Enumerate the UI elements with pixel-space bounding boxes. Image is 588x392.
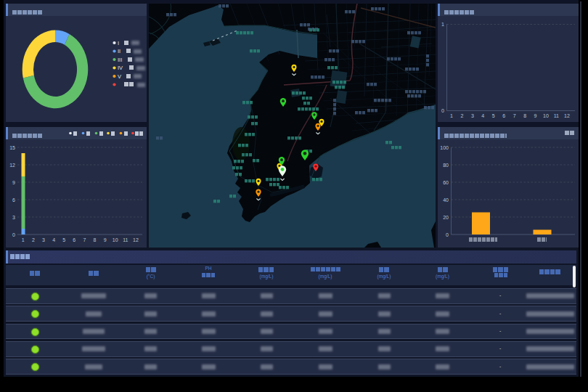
svg-text:0: 0	[441, 108, 444, 113]
svg-text:2: 2	[460, 113, 463, 118]
svg-text:9: 9	[104, 237, 107, 242]
svg-text:7: 7	[83, 237, 86, 242]
svg-text:8: 8	[94, 237, 97, 242]
svg-text:2: 2	[32, 237, 35, 242]
svg-text:9: 9	[534, 113, 537, 118]
svg-text:6: 6	[502, 113, 505, 118]
svg-text:12: 12	[9, 163, 15, 168]
svg-text:20: 20	[443, 215, 449, 220]
svg-text:II: II	[118, 48, 121, 54]
svg-text:3: 3	[42, 237, 45, 242]
svg-text:100: 100	[440, 145, 449, 150]
svg-text:12: 12	[564, 113, 570, 118]
svg-text:3: 3	[12, 215, 15, 220]
svg-text:7: 7	[513, 113, 516, 118]
svg-text:1: 1	[450, 113, 453, 118]
svg-text:4: 4	[481, 113, 484, 118]
svg-text:I: I	[118, 40, 119, 46]
svg-text:40: 40	[443, 197, 449, 203]
svg-text:5: 5	[492, 113, 495, 118]
svg-text:8: 8	[523, 113, 526, 118]
svg-text:III: III	[118, 57, 122, 63]
svg-text:80: 80	[443, 163, 449, 168]
svg-text:1: 1	[441, 22, 444, 27]
svg-text:15: 15	[9, 145, 15, 150]
svg-text:11: 11	[554, 113, 559, 118]
svg-text:3: 3	[471, 113, 474, 118]
svg-text:6: 6	[73, 237, 75, 242]
svg-text:12: 12	[133, 237, 139, 242]
svg-text:6: 6	[12, 197, 15, 203]
svg-text:11: 11	[123, 237, 128, 242]
svg-text:5: 5	[62, 237, 65, 242]
svg-text:9: 9	[12, 180, 15, 185]
svg-text:0: 0	[446, 232, 449, 237]
svg-text:0: 0	[12, 232, 15, 237]
svg-text:60: 60	[443, 180, 449, 185]
svg-text:1: 1	[22, 237, 25, 242]
svg-text:10: 10	[113, 237, 118, 242]
svg-text:IV: IV	[118, 65, 123, 71]
svg-text:10: 10	[543, 113, 549, 118]
svg-text:V: V	[118, 73, 121, 80]
svg-text:4: 4	[52, 237, 55, 242]
